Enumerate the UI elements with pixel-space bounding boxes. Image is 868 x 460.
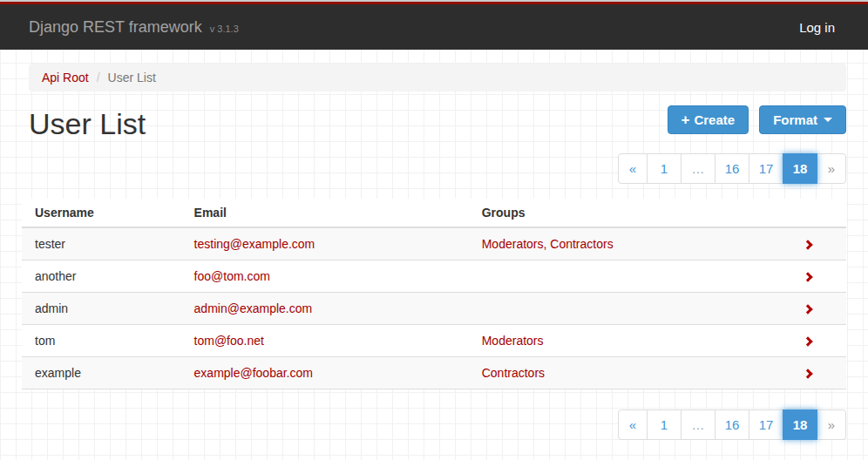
pagination-item: 16 <box>715 153 749 184</box>
pagination-page-17[interactable]: 17 <box>749 409 783 440</box>
pagination-item: » <box>817 409 846 440</box>
pagination-next: » <box>817 409 846 440</box>
pagination-item: 18 <box>783 153 817 184</box>
breadcrumb: Api Root / User List <box>29 64 846 91</box>
pagination-item: 17 <box>749 409 783 440</box>
column-header-groups: Groups <box>469 199 770 227</box>
groups-link[interactable]: Contractors <box>482 366 545 380</box>
brand-version: v 3.1.3 <box>210 24 239 34</box>
email-cell: admin@example.com <box>181 293 469 325</box>
email-cell: tom@foo.net <box>181 325 469 357</box>
groups-cell: Moderators, Contractors <box>469 227 770 260</box>
row-detail-chevron-icon[interactable] <box>804 272 813 281</box>
pagination-item: 18 <box>783 409 817 440</box>
username-cell: another <box>22 260 181 293</box>
format-dropdown-button[interactable]: Format <box>759 105 846 134</box>
column-header-detail <box>770 199 846 227</box>
email-link[interactable]: testing@example.com <box>194 237 315 251</box>
pagination-page-17[interactable]: 17 <box>749 153 783 184</box>
breadcrumb-current: User List <box>108 71 156 85</box>
pagination-item: 16 <box>715 409 749 440</box>
email-link[interactable]: tom@foo.net <box>194 334 264 348</box>
breadcrumb-link-api-root[interactable]: Api Root <box>42 71 89 85</box>
pagination-ellipsis: … <box>681 409 715 440</box>
table-row: anotherfoo@tom.com <box>22 260 846 293</box>
table-row: testertesting@example.comModerators, Con… <box>22 227 846 260</box>
pagination-item: 1 <box>648 409 682 440</box>
email-cell: testing@example.com <box>181 227 469 260</box>
toolbar: + Create Format <box>668 105 846 134</box>
username-cell: tester <box>22 227 181 260</box>
username-cell: tom <box>22 325 181 357</box>
username-cell: example <box>22 357 181 389</box>
groups-link[interactable]: Moderators <box>482 334 544 348</box>
pagination-item: » <box>817 153 846 184</box>
email-cell: example@foobar.com <box>181 357 469 389</box>
pagination-page-16[interactable]: 16 <box>715 409 749 440</box>
pagination-top-row: «1…161718» <box>22 153 846 184</box>
login-link[interactable]: Log in <box>799 20 835 35</box>
create-button[interactable]: + Create <box>668 105 749 134</box>
format-button-label: Format <box>773 112 817 127</box>
detail-cell <box>770 260 846 293</box>
pagination-page-1[interactable]: 1 <box>647 153 682 184</box>
detail-cell <box>770 325 846 357</box>
pagination-page-16[interactable]: 16 <box>715 153 749 184</box>
email-link[interactable]: foo@tom.com <box>194 269 270 283</box>
email-cell: foo@tom.com <box>181 260 469 293</box>
row-detail-chevron-icon[interactable] <box>804 336 813 346</box>
email-link[interactable]: example@foobar.com <box>194 366 313 380</box>
pagination-item: … <box>682 153 715 184</box>
create-button-label: Create <box>694 112 735 127</box>
pagination-item: « <box>618 409 648 440</box>
pagination-item: … <box>682 409 715 440</box>
pagination-page-1[interactable]: 1 <box>647 409 682 440</box>
page-title: User List <box>29 107 146 141</box>
breadcrumb-item: Api Root <box>42 71 89 85</box>
groups-cell: Moderators <box>469 325 770 357</box>
brand-link[interactable]: Django REST framework v 3.1.3 <box>29 18 239 37</box>
groups-cell <box>469 260 770 293</box>
groups-link[interactable]: Moderators, Contractors <box>482 237 614 251</box>
table-row: tomtom@foo.netModerators <box>22 325 846 357</box>
user-table: Username Email Groups testertesting@exam… <box>22 199 846 389</box>
pagination-prev[interactable]: « <box>618 409 648 440</box>
groups-cell: Contractors <box>469 357 770 389</box>
pagination-page-18[interactable]: 18 <box>783 153 817 184</box>
username-cell: admin <box>22 293 181 325</box>
table-row: exampleexample@foobar.comContractors <box>22 357 846 389</box>
row-detail-chevron-icon[interactable] <box>804 304 813 314</box>
brand-title: Django REST framework <box>29 18 202 36</box>
pagination-page-18[interactable]: 18 <box>783 409 817 440</box>
caret-down-icon <box>824 118 832 122</box>
pagination-bottom: «1…161718» <box>618 409 846 440</box>
table-header-row: Username Email Groups <box>22 199 846 227</box>
pagination-ellipsis: … <box>681 153 715 184</box>
pagination-next: » <box>817 153 846 184</box>
pagination-item: « <box>618 153 648 184</box>
pagination-top: «1…161718» <box>618 153 846 184</box>
breadcrumb-separator: / <box>97 71 100 85</box>
main-content: Api Root / User List User List + Create … <box>22 64 846 440</box>
pagination-prev[interactable]: « <box>618 153 648 184</box>
navbar: Django REST framework v 3.1.3 Log in <box>0 4 868 50</box>
table-row: adminadmin@example.com <box>22 293 846 325</box>
detail-cell <box>770 227 846 260</box>
detail-cell <box>770 357 846 389</box>
column-header-username: Username <box>22 199 181 227</box>
title-row: User List + Create Format <box>22 105 846 141</box>
column-header-email: Email <box>181 199 469 227</box>
pagination-item: 17 <box>749 153 783 184</box>
row-detail-chevron-icon[interactable] <box>804 369 813 378</box>
groups-cell <box>469 293 770 325</box>
detail-cell <box>770 293 846 325</box>
pagination-bottom-row: «1…161718» <box>22 409 846 440</box>
pagination-item: 1 <box>648 153 682 184</box>
plus-icon: + <box>682 114 690 126</box>
email-link[interactable]: admin@example.com <box>194 301 313 315</box>
row-detail-chevron-icon[interactable] <box>804 240 813 249</box>
